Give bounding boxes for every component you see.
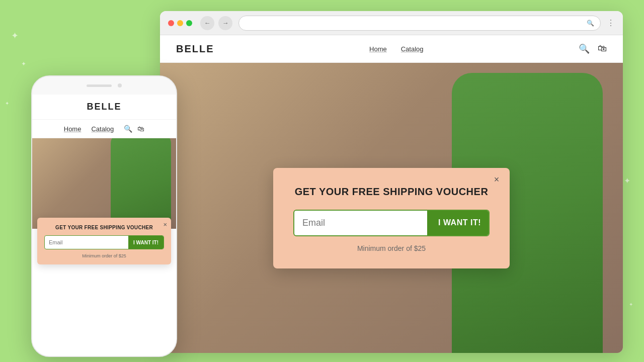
hero-section: × GET YOUR FREE SHIPPING VOUCHER I WANT … [160, 63, 623, 353]
site-navigation: Home Catalog [214, 45, 579, 53]
browser-forward-button[interactable]: → [218, 16, 232, 30]
site-header-icons: 🔍 🛍 [579, 43, 607, 54]
mobile-site-content: BELLE Home Catalog 🔍 🛍 × GET YOUR FREE S… [32, 95, 176, 356]
site-nav-home[interactable]: Home [369, 45, 387, 53]
browser-menu-button[interactable]: ⋮ [607, 18, 615, 28]
popup-title: GET YOUR FREE SHIPPING VOUCHER [293, 186, 490, 198]
mobile-popup-close-button[interactable]: × [163, 221, 167, 228]
phone-speaker [87, 84, 112, 87]
mobile-nav-icons: 🔍 🛍 [124, 125, 144, 133]
mobile-phone-frame: BELLE Home Catalog 🔍 🛍 × GET YOUR FREE S… [31, 75, 177, 357]
site-logo: BELLE [176, 43, 214, 55]
phone-notch [32, 76, 176, 95]
deco-star-6: ✦ [624, 176, 630, 186]
deco-star-1: ✦ [11, 30, 19, 41]
deco-star-2: ✦ [21, 60, 26, 67]
browser-window: ← → 🔍 ⋮ BELLE Home Catalog 🔍 🛍 [160, 11, 623, 353]
mobile-cart-icon[interactable]: 🛍 [137, 125, 144, 133]
popup-submit-button[interactable]: I WANT IT! [427, 211, 490, 235]
site-search-icon[interactable]: 🔍 [579, 43, 590, 54]
popup-minimum-order-note: Minimum order of $25 [293, 244, 490, 252]
mobile-nav-home[interactable]: Home [64, 125, 82, 133]
mobile-nav: Home Catalog 🔍 🛍 [32, 120, 176, 138]
browser-maximize-dot[interactable] [186, 20, 192, 26]
mobile-search-icon[interactable]: 🔍 [124, 125, 132, 133]
browser-close-dot[interactable] [168, 20, 174, 26]
site-cart-icon[interactable]: 🛍 [598, 43, 607, 54]
mobile-header: BELLE [32, 95, 176, 120]
mobile-nav-catalog[interactable]: Catalog [91, 125, 114, 133]
browser-search-icon: 🔍 [587, 20, 594, 27]
browser-address-bar[interactable]: 🔍 [238, 16, 601, 31]
site-nav-catalog[interactable]: Catalog [401, 45, 424, 53]
mobile-submit-button[interactable]: I WANT IT! [128, 236, 164, 249]
popup-form: I WANT IT! [293, 210, 490, 236]
popup-close-button[interactable]: × [491, 174, 503, 186]
site-header: BELLE Home Catalog 🔍 🛍 [160, 35, 623, 63]
browser-navigation: ← → [200, 16, 232, 30]
popup-modal[interactable]: × GET YOUR FREE SHIPPING VOUCHER I WANT … [273, 168, 510, 268]
browser-back-button[interactable]: ← [200, 16, 214, 30]
website-content: BELLE Home Catalog 🔍 🛍 × GET YOUR FREE S… [160, 35, 623, 353]
mobile-popup-modal: × GET YOUR FREE SHIPPING VOUCHER I WANT … [37, 218, 171, 264]
browser-window-controls [168, 20, 192, 26]
mobile-popup-form: I WANT IT! [44, 235, 164, 249]
mobile-site-logo: BELLE [87, 102, 121, 112]
mobile-email-input[interactable] [45, 236, 128, 249]
mobile-popup-title: GET YOUR FREE SHIPPING VOUCHER [44, 225, 164, 230]
deco-star-3: ✦ [5, 101, 9, 106]
browser-chrome: ← → 🔍 ⋮ [160, 11, 623, 35]
mobile-hero-jacket [111, 138, 171, 229]
mobile-popup-note: Minimum order of $25 [44, 253, 164, 258]
browser-minimize-dot[interactable] [177, 20, 183, 26]
deco-star-7: ✦ [629, 302, 633, 307]
phone-camera [118, 83, 122, 87]
mobile-hero-image [32, 138, 176, 229]
popup-email-input[interactable] [294, 211, 427, 235]
